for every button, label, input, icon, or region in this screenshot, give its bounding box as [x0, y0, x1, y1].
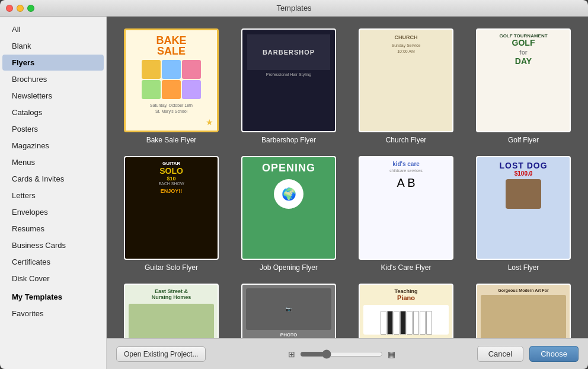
template-label-church: Church Flyer — [386, 136, 427, 144]
template-thumb-church: CHURCH Sunday Service10:00 AM — [359, 28, 453, 132]
sidebar-item-newsletters[interactable]: Newsletters — [2, 88, 104, 104]
window-title: Templates — [276, 4, 311, 12]
template-item-job-opening[interactable]: OPENING 🌍 Job Opening Flyer — [236, 156, 341, 272]
sidebar-item-my-templates[interactable]: My Templates — [2, 289, 104, 305]
template-item-kids-care[interactable]: kid's care childcare services A B Kid's … — [353, 156, 459, 272]
template-thumb-nursing: East Street &Nursing Homes — [124, 284, 219, 338]
sidebar-item-certificates[interactable]: Certificates — [2, 254, 104, 270]
template-thumb-lost-flyer: LOST DOG $100.0 — [476, 156, 571, 260]
main-container: AllBlankFlyersBrochuresNewslettersCatalo… — [0, 17, 588, 369]
template-thumb-teaching-piano: Teaching Piano — [359, 284, 453, 338]
minimize-button[interactable] — [17, 5, 24, 12]
sidebar-item-favorites[interactable]: Favorites — [2, 306, 104, 322]
template-item-bake-sale[interactable]: BAKE SALE Saturday, October 18thSt. Mary… — [119, 28, 224, 144]
sidebar-item-magazines[interactable]: Magazines — [2, 138, 104, 154]
sidebar-item-envelopes[interactable]: Envelopes — [2, 204, 104, 220]
template-label-job-opening: Job Opening Flyer — [260, 263, 318, 272]
grid-small-icon: ⊞ — [288, 349, 295, 359]
sidebar-item-cards-invites[interactable]: Cards & Invites — [2, 171, 104, 187]
template-item-golf[interactable]: GOLF TOURNAMENT GOLFforDAY Golf Flyer — [471, 28, 576, 144]
title-bar: Templates — [0, 0, 588, 17]
bottom-bar: Open Existing Project... ⊞ ▦ Cancel Choo… — [107, 338, 588, 369]
cancel-button[interactable]: Cancel — [477, 346, 523, 362]
template-thumb-guitar-solo: GUITAR SOLO $10 EACH SHOW ENJOY!! — [124, 156, 219, 260]
template-item-barbershop[interactable]: BARBERSHOP Professional Hair Styling Bar… — [236, 28, 341, 144]
template-thumb-job-opening: OPENING 🌍 — [241, 156, 336, 260]
template-item-church[interactable]: CHURCH Sunday Service10:00 AM Church Fly… — [353, 28, 459, 144]
sidebar-item-letters[interactable]: Letters — [2, 187, 104, 203]
slider-container: ⊞ ▦ — [288, 349, 395, 359]
template-label-guitar-solo: Guitar Solo Flyer — [145, 263, 198, 272]
sidebar-item-disk-cover[interactable]: Disk Cover — [2, 271, 104, 287]
sidebar-item-resumes[interactable]: Resumes — [2, 221, 104, 237]
sidebar-item-all[interactable]: All — [2, 21, 104, 37]
sidebar-item-blank[interactable]: Blank — [2, 38, 104, 54]
template-thumb-photo-exhibition: 📷 PHOTO EXHIBITION 5 - 8pm — [241, 284, 336, 338]
template-thumb-bake-sale: BAKE SALE Saturday, October 18thSt. Mary… — [124, 28, 219, 132]
template-item-guitar-solo[interactable]: GUITAR SOLO $10 EACH SHOW ENJOY!! Guitar… — [119, 156, 224, 272]
templates-grid: BAKE SALE Saturday, October 18thSt. Mary… — [107, 17, 588, 338]
template-label-barbershop: Barbershop Flyer — [261, 136, 316, 144]
content-area: BAKE SALE Saturday, October 18thSt. Mary… — [107, 17, 588, 369]
template-thumb-barbershop: BARBERSHOP Professional Hair Styling — [241, 28, 336, 132]
sidebar: AllBlankFlyersBrochuresNewslettersCatalo… — [0, 17, 107, 369]
template-item-nursing[interactable]: East Street &Nursing Homes Nursing Homes… — [119, 284, 224, 338]
close-button[interactable] — [6, 5, 13, 12]
window-controls — [6, 5, 34, 12]
sidebar-item-menus[interactable]: Menus — [2, 154, 104, 170]
sidebar-item-posters[interactable]: Posters — [2, 121, 104, 137]
template-item-teaching-piano[interactable]: Teaching Piano Teaching Piano Flyer — [353, 284, 459, 338]
template-item-modern-art[interactable]: Gorgeous Modern Art For Modern Art Flyer — [471, 284, 576, 338]
bottom-left: Open Existing Project... — [116, 346, 206, 362]
choose-button[interactable]: Choose — [529, 346, 579, 362]
template-label-bake-sale: Bake Sale Flyer — [146, 136, 197, 144]
grid-large-icon: ▦ — [388, 349, 395, 359]
template-thumb-kids-care: kid's care childcare services A B — [359, 156, 453, 260]
maximize-button[interactable] — [27, 5, 34, 12]
bottom-right: Cancel Choose — [477, 346, 579, 362]
favorite-star-icon[interactable]: ★ — [206, 117, 213, 127]
sidebar-item-business-cards[interactable]: Business Cards — [2, 237, 104, 253]
size-slider[interactable] — [300, 349, 383, 359]
template-thumb-golf: GOLF TOURNAMENT GOLFforDAY — [476, 28, 571, 132]
template-thumb-modern-art: Gorgeous Modern Art For — [476, 284, 571, 338]
sidebar-item-catalogs[interactable]: Catalogs — [2, 104, 104, 120]
template-label-lost-flyer: Lost Flyer — [508, 263, 539, 272]
open-existing-button[interactable]: Open Existing Project... — [116, 346, 206, 362]
template-item-lost-flyer[interactable]: LOST DOG $100.0 Lost Flyer — [471, 156, 576, 272]
template-label-kids-care: Kid's Care Flyer — [381, 263, 432, 272]
template-item-photo-exhibition[interactable]: 📷 PHOTO EXHIBITION 5 - 8pm Photo Exhibit… — [236, 284, 341, 338]
sidebar-item-flyers[interactable]: Flyers — [2, 55, 104, 71]
template-label-golf: Golf Flyer — [508, 136, 539, 144]
sidebar-item-brochures[interactable]: Brochures — [2, 71, 104, 87]
